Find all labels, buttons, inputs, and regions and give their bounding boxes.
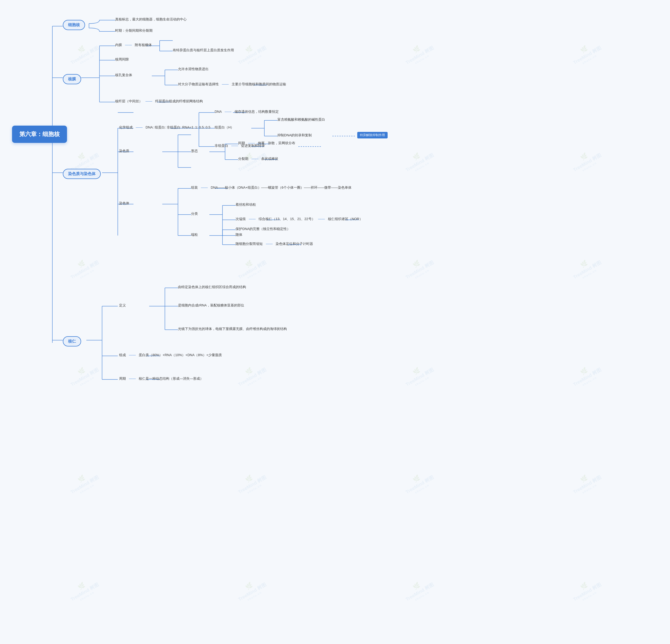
核孔-对大: 对大分子物质运输有选择性 —— 主要介导细胞核和胞质间的物质运输	[178, 82, 286, 86]
node-染色质与染色体: 染色质与染色体	[63, 169, 101, 179]
核膜-内膜-desc: 有特异蛋白质与核纤层上蛋白质发生作用	[173, 48, 234, 53]
DNA-desc: 储存遗传信息，结构数量恒定	[234, 110, 279, 113]
node-细胞核: 细胞核	[63, 20, 85, 30]
组蛋白-label: 组蛋白（H）	[215, 125, 234, 130]
染色体-分类: 分类	[191, 212, 198, 216]
化学组成-dna: DNA: 组蛋白: 非组蛋白: RNA=1: 1: 0.5: 0.5	[146, 125, 210, 129]
核仁-定义-2: 是细胞内合成rRNA，装配核糖体亚基的部位	[178, 303, 244, 308]
端粒-2-desc: 染色体定位和分子计时器	[276, 242, 313, 246]
染色体-组装: 组装 —— DNA——核小体（DNA+组蛋白）——螺旋管（6个小体一圈）——祥环…	[191, 185, 351, 190]
l1-核仁-label: 核仁	[68, 339, 76, 343]
端粒-2: 随细胞分裂而缩短 —— 染色体定位和分子计时器	[236, 242, 313, 246]
node-核仁: 核仁	[63, 336, 81, 347]
分裂期-desc: 条状或棒状	[261, 157, 278, 161]
root-node: 第六章：细胞核	[12, 125, 67, 143]
核孔复合体: 核孔复合体	[115, 73, 132, 78]
染色体-label: 染色体	[119, 201, 129, 206]
次缢痕-desc: 综合核仁（13、14、15、21、22号）	[258, 217, 315, 221]
组装-desc: DNA——核小体（DNA+组蛋白）——螺旋管（6个小体一圈）——祥环——微带——…	[211, 186, 351, 189]
核纤层-desc: 纤层蛋白组成的纤维状网络结构	[155, 99, 203, 103]
核仁-周期-desc: 核仁是一种动态结构（形成—消失—形成）	[139, 377, 203, 380]
染色体-着丝粒: 着丝粒和动粒	[236, 202, 256, 207]
核孔-允许: 允许水溶性物质进出	[178, 67, 209, 71]
染色质-label: 染色质	[119, 149, 129, 153]
染色体-端粒: 端粒	[191, 232, 198, 237]
染色质-间期: 间期 —— 伸展、弥散，呈网状分布	[238, 141, 295, 146]
组蛋白-2: 抑制DNA的转录和复制	[278, 133, 312, 138]
l1-染色质与染色体-label: 染色质与染色体	[68, 171, 95, 176]
root-label: 第六章：细胞核	[19, 131, 60, 137]
NOR: 核仁组织者区（NOR）	[328, 217, 363, 221]
组蛋白-1: 富含精氨酸和赖氨酸的碱性蛋白	[278, 117, 325, 122]
内膜-label: 内膜	[115, 43, 122, 47]
核膜-内膜: 内膜 —— 附有核糖体	[115, 43, 152, 48]
核仁-定义: 定义	[119, 303, 126, 308]
染色质-分裂期: 分裂期 —— 条状或棒状	[238, 157, 278, 161]
细胞核-child1: 真核标志，最大的细胞器，细胞生命活动的中心	[115, 17, 187, 22]
核孔-主要: 主要介导细胞核和胞质间的物质运输	[232, 82, 286, 86]
node-核膜: 核膜	[63, 74, 81, 84]
核仁-组成-desc: 蛋白质（80%）+RNA（10%）+DNA（8%）+少量脂质	[139, 353, 222, 357]
mind-map: 第六章：细胞核 细胞核 真核标志，最大的细胞器，细胞生命活动的中心 时期：分裂间…	[0, 0, 670, 644]
核纤层: 核纤层（中间丝） —— 纤层蛋白组成的纤维状网络结构	[115, 99, 203, 104]
核仁-组成: 组成 —— 蛋白质（80%）+RNA（10%）+DNA（8%）+少量脂质	[119, 353, 222, 358]
端粒-1: 保护DNA的完整（独立性和稳定性）	[236, 227, 290, 231]
细胞核-child2: 时期：分裂间期和分裂期	[115, 28, 152, 33]
l1-细胞核-label: 细胞核	[68, 23, 80, 27]
核仁-定义-3: 光镜下为强折光的球体，电镜下显裸露无膜、由纤维丝构成的海绵状结构	[178, 326, 287, 331]
染色质-形态: 形态	[191, 149, 198, 153]
tooltip-特异解除: 特异解除抑制作用	[357, 132, 388, 138]
附有核糖体: 附有核糖体	[135, 43, 152, 47]
核仁-周期: 周期 —— 核仁是一种动态结构（形成—消失—形成）	[119, 376, 203, 381]
l1-核膜-label: 核膜	[68, 77, 76, 81]
核膜-核周间隙: 核周间隙	[115, 57, 129, 62]
间期-desc: 伸展、弥散，呈网状分布	[258, 141, 295, 145]
DNA-label: DNA —— 储存遗传信息，结构数量恒定	[215, 109, 279, 114]
核仁-定义-1: 由特定染色体上的核仁组织区综合而成的结构	[178, 285, 246, 290]
染色体-随体: 随体	[236, 232, 242, 237]
染色体-次缢痕: 次缢痕 —— 综合核仁（13、14、15、21、22号） —— 核仁组织者区（N…	[236, 217, 363, 222]
化学组成: 化学组成 —— DNA: 组蛋白: 非组蛋白: RNA=1: 1: 0.5: 0…	[119, 125, 211, 130]
